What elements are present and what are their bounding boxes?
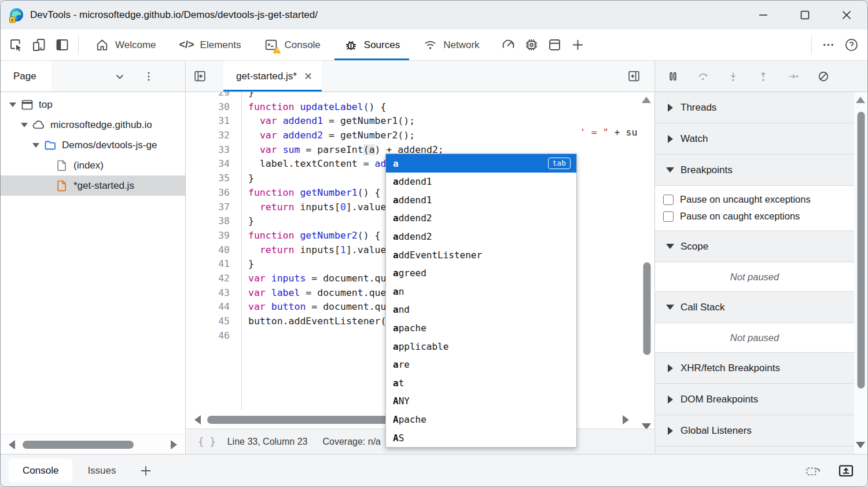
line-number[interactable]: 39 — [186, 229, 241, 243]
tree-item-top[interactable]: top — [1, 94, 185, 115]
kebab-menu-icon[interactable] — [138, 66, 159, 87]
tab-console-drawer[interactable]: Console — [9, 459, 72, 483]
step-into-button[interactable] — [723, 67, 743, 86]
line-number[interactable]: 40 — [186, 243, 241, 258]
scroll-right-icon[interactable] — [623, 415, 629, 424]
section-global-listeners[interactable]: Global Listeners — [655, 415, 854, 446]
line-number[interactable]: 30 — [186, 100, 241, 115]
autocomplete-item[interactable]: addend1 — [386, 191, 576, 210]
hide-debugger-icon[interactable] — [620, 61, 647, 91]
navigator-hscrollbar[interactable] — [1, 434, 185, 454]
line-number[interactable]: 34 — [186, 157, 241, 171]
section-dom-breakpoints[interactable]: DOM Breakpoints — [655, 384, 854, 415]
scroll-thumb[interactable] — [643, 262, 650, 355]
help-button[interactable] — [840, 30, 863, 60]
tab-sources[interactable]: Sources — [332, 30, 411, 60]
autocomplete-item[interactable]: addend2 — [386, 209, 576, 228]
caret-down-icon[interactable] — [18, 123, 31, 127]
memory-icon-button[interactable] — [520, 30, 543, 60]
close-tab-icon[interactable]: ✕ — [304, 70, 312, 83]
inspect-element-button[interactable] — [4, 30, 27, 60]
tree-item--get-started-js[interactable]: *get-started.js — [1, 175, 185, 196]
line-number[interactable]: 42 — [186, 272, 241, 286]
deactivate-breakpoints-button[interactable] — [814, 67, 833, 86]
autocomplete-item[interactable]: and — [386, 301, 576, 319]
autocomplete-item[interactable]: are — [386, 356, 576, 374]
editor-tab-get-started[interactable]: get-started.js* ✕ — [223, 61, 322, 91]
autocomplete-item[interactable]: AS — [386, 429, 576, 447]
line-number[interactable]: 29 — [186, 92, 241, 100]
line-number[interactable]: 31 — [186, 114, 241, 129]
add-tab-icon-button[interactable] — [567, 30, 590, 60]
line-number[interactable]: 35 — [186, 171, 241, 186]
caret-down-icon[interactable] — [6, 102, 19, 107]
chevron-down-icon[interactable] — [109, 66, 130, 87]
autocomplete-item[interactable]: an — [386, 283, 576, 301]
autocomplete-item[interactable]: addEventListener — [386, 246, 576, 264]
autocomplete-item[interactable]: agreed — [386, 264, 576, 283]
autocomplete-item[interactable]: apache — [386, 319, 576, 338]
autocomplete-item[interactable]: atab — [386, 154, 576, 173]
add-drawer-tab-icon[interactable] — [138, 463, 153, 478]
autocomplete-item[interactable]: applicable — [386, 337, 576, 356]
minimize-button[interactable] — [742, 1, 784, 30]
tab-console[interactable]: Console — [252, 30, 332, 60]
tab-elements[interactable]: </> Elements — [168, 30, 253, 60]
scroll-up-icon[interactable] — [856, 97, 865, 103]
line-number[interactable]: 37 — [186, 200, 241, 215]
line-number[interactable]: 33 — [186, 143, 241, 158]
checkbox[interactable] — [663, 211, 674, 222]
tree-item-demos-devtools-js-ge[interactable]: Demos/devtools-js-ge — [1, 135, 185, 155]
hide-navigator-icon[interactable] — [186, 61, 213, 91]
section-scope[interactable]: Scope — [655, 231, 854, 262]
more-options-button[interactable] — [816, 30, 840, 60]
editor-vscrollbar[interactable] — [639, 92, 654, 410]
scroll-thumb[interactable] — [23, 441, 134, 449]
autocomplete-item[interactable]: addend1 — [386, 173, 576, 191]
pretty-print-icon[interactable]: { } — [194, 435, 219, 448]
debugger-vscrollbar[interactable] — [854, 92, 867, 454]
performance-icon-button[interactable] — [497, 30, 520, 60]
scroll-thumb[interactable] — [857, 112, 865, 389]
device-emulation-button[interactable] — [27, 30, 50, 60]
line-number[interactable]: 46 — [186, 329, 241, 343]
step-button[interactable] — [784, 67, 803, 86]
line-number[interactable]: 36 — [186, 186, 241, 200]
section-xhr-fetch-breakpoints[interactable]: XHR/fetch Breakpoints — [655, 353, 854, 384]
tab-page[interactable]: Page — [1, 61, 52, 91]
pause-script-button[interactable] — [663, 67, 683, 86]
section-breakpoints[interactable]: Breakpoints — [655, 155, 854, 186]
autocomplete-item[interactable]: Apache — [386, 411, 576, 429]
tree-item-microsoftedge-github-io[interactable]: microsoftedge.github.io — [1, 115, 185, 135]
line-number[interactable]: 44 — [186, 300, 241, 314]
line-number[interactable]: 32 — [186, 129, 241, 143]
application-icon-button[interactable] — [543, 30, 567, 60]
close-button[interactable] — [826, 1, 867, 30]
checkbox[interactable] — [663, 195, 674, 205]
scroll-thumb[interactable] — [207, 416, 407, 424]
section-call-stack[interactable]: Call Stack — [655, 292, 854, 323]
scroll-left-icon[interactable] — [194, 415, 201, 424]
line-number[interactable]: 43 — [186, 286, 241, 301]
scroll-up-icon[interactable] — [642, 97, 651, 103]
tab-issues[interactable]: Issues — [73, 459, 130, 483]
restore-dock-icon[interactable] — [805, 463, 822, 479]
autocomplete-item[interactable]: at — [386, 374, 576, 393]
line-number[interactable]: 45 — [186, 314, 241, 329]
autocomplete-item[interactable]: ANY — [386, 392, 576, 411]
line-number[interactable]: 38 — [186, 214, 241, 229]
tree-item--index-[interactable]: (index) — [1, 155, 185, 175]
maximize-button[interactable] — [784, 1, 826, 30]
expand-panel-icon[interactable] — [837, 463, 855, 479]
step-over-button[interactable] — [693, 67, 713, 86]
scroll-right-icon[interactable] — [171, 440, 177, 449]
scroll-left-icon[interactable] — [9, 440, 15, 449]
tab-network[interactable]: Network — [411, 30, 491, 60]
scroll-down-icon[interactable] — [856, 442, 865, 448]
line-number[interactable]: 41 — [186, 257, 241, 272]
step-out-button[interactable] — [753, 67, 773, 86]
caret-down-icon[interactable] — [30, 143, 42, 148]
section-threads[interactable]: Threads — [655, 92, 854, 123]
focus-page-button[interactable] — [50, 30, 73, 60]
section-watch[interactable]: Watch — [655, 123, 854, 155]
